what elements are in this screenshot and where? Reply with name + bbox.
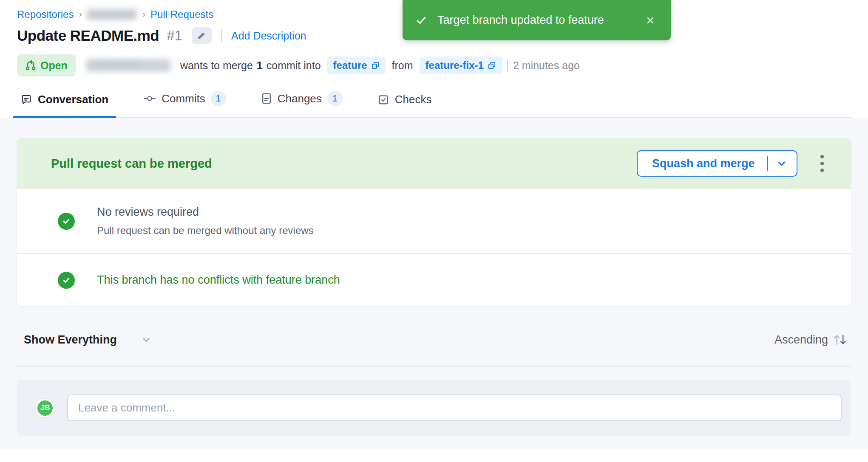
merge-panel: Pull request can be merged Squash and me… (17, 138, 851, 306)
main-content: Pull request can be merged Squash and me… (0, 118, 868, 449)
commit-icon (143, 93, 156, 104)
divider (221, 29, 222, 42)
add-description-link[interactable]: Add Description (231, 30, 306, 42)
checklist-icon (377, 94, 389, 106)
check-circle-icon (58, 272, 75, 289)
tab-changes[interactable]: Changes 1 (258, 91, 346, 117)
sort-order-toggle[interactable]: Ascending (774, 332, 848, 347)
meta-row: Open aaaaaaaaaaaaaa wants to merge 1 com… (17, 54, 851, 76)
tab-changes-count: 1 (327, 91, 343, 106)
more-options-button[interactable] (817, 152, 827, 175)
pull-request-icon (25, 60, 36, 71)
sort-order-label: Ascending (774, 333, 828, 346)
chevron-down-icon (141, 334, 152, 345)
source-branch-pill[interactable]: feature-fix-1 (420, 56, 502, 74)
author-name-redacted: aaaaaaaaaaaaaa (87, 59, 171, 72)
tab-label: Changes (278, 92, 322, 105)
show-filter-label: Show Everything (24, 333, 117, 346)
tab-bar: Conversation Commits 1 Changes 1 (17, 91, 851, 118)
check-circle-icon (58, 213, 75, 230)
tab-label: Commits (162, 92, 205, 105)
check-subtitle: Pull request can be merged without any r… (97, 225, 314, 237)
file-icon (261, 93, 272, 104)
merge-banner: Pull request can be merged Squash and me… (17, 138, 851, 189)
merge-status-title: Pull request can be merged (51, 157, 637, 171)
chevron-down-icon[interactable] (776, 158, 787, 169)
sort-arrows-icon (832, 332, 848, 347)
toast-notification: Target branch updated to feature (403, 0, 671, 40)
source-branch-label: feature-fix-1 (425, 59, 484, 71)
breadcrumb-repo-redacted[interactable]: aaaaaaaa (87, 9, 137, 20)
merge-check-reviews: No reviews required Pull request can be … (17, 189, 851, 254)
check-icon (415, 14, 427, 26)
merge-sentence-pre: wants to merge (180, 59, 253, 72)
comment-input[interactable] (67, 394, 842, 421)
divider (507, 59, 508, 71)
comment-composer: JB (17, 380, 851, 436)
tab-label: Conversation (38, 93, 108, 106)
timestamp: 2 minutes ago (513, 59, 580, 72)
target-branch-pill[interactable]: feature (327, 56, 386, 74)
pr-number: #1 (167, 28, 182, 44)
breadcrumb-repositories[interactable]: Repositories (17, 8, 74, 20)
tab-commits-count: 1 (211, 91, 226, 106)
divider (17, 366, 851, 366)
copy-icon[interactable] (371, 61, 380, 70)
check-title: No reviews required (97, 206, 314, 219)
page-title: Update README.md (17, 27, 159, 44)
tab-conversation[interactable]: Conversation (17, 93, 112, 117)
show-filter-dropdown[interactable]: Show Everything (24, 333, 152, 346)
from-label: from (392, 59, 413, 72)
breadcrumb-separator: › (142, 9, 145, 20)
copy-icon[interactable] (488, 61, 496, 70)
merge-check-conflicts: This branch has no conflicts with featur… (17, 254, 851, 306)
squash-and-merge-button[interactable]: Squash and merge (637, 150, 797, 177)
merge-sentence: wants to merge 1 commit into feature fro… (180, 56, 502, 74)
conversation-icon (20, 94, 32, 106)
edit-title-button[interactable] (192, 27, 212, 44)
tab-commits[interactable]: Commits 1 (140, 91, 230, 117)
breadcrumb-pull-requests[interactable]: Pull Requests (150, 8, 213, 20)
target-branch-label: feature (333, 59, 367, 71)
pencil-icon (197, 31, 206, 40)
tab-checks[interactable]: Checks (374, 93, 435, 117)
status-badge: Open (17, 54, 76, 76)
toast-message: Target branch updated to feature (437, 14, 643, 27)
commit-count: 1 (257, 59, 263, 72)
breadcrumb-separator: › (79, 9, 82, 20)
timeline-filter-row: Show Everything Ascending (17, 332, 851, 347)
close-icon[interactable] (643, 13, 658, 28)
status-badge-label: Open (40, 59, 68, 72)
check-title: This branch has no conflicts with featur… (97, 273, 340, 287)
squash-and-merge-label: Squash and merge (652, 157, 755, 170)
merge-sentence-post: commit into (267, 59, 321, 72)
tab-label: Checks (395, 93, 432, 106)
avatar: JB (36, 399, 54, 417)
divider (767, 156, 768, 171)
